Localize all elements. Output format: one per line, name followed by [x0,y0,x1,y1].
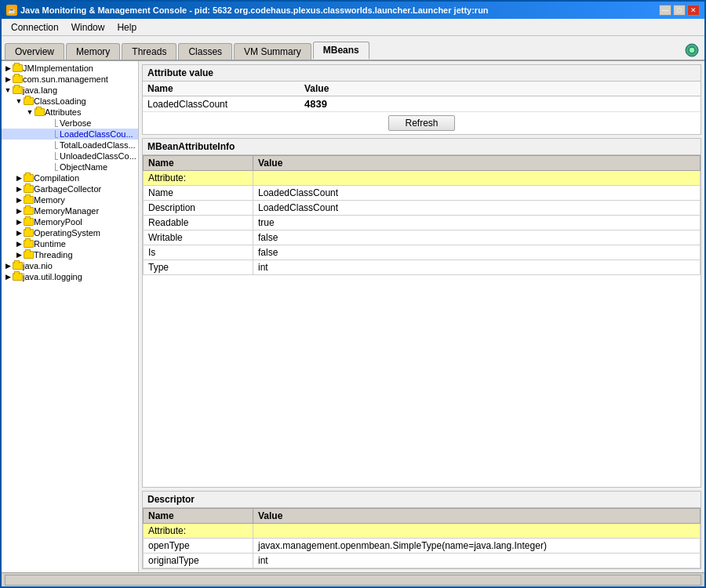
tree-label-loadedclasscount: LoadedClassCou... [60,129,133,139]
tree-item-objectname[interactable]: ▶ ObjectName [2,162,138,172]
tab-mbeans[interactable]: MBeans [313,42,369,60]
tree-toggle[interactable]: ▼ [25,107,35,117]
tree-toggle[interactable]: ▶ [3,272,13,281]
descriptor-table: Name Value Attribute: openType javax.man… [143,508,701,568]
title-bar-left: ☕ Java Monitoring & Management Console -… [6,5,489,16]
tree-toggle[interactable]: ▶ [3,261,13,270]
tab-vm-summary[interactable]: VM Summary [234,43,311,60]
tree-item-java-lang[interactable]: ▼ java.lang [2,85,138,96]
tree-toggle[interactable]: ▶ [14,228,24,238]
attr-col-value: Value [300,82,701,96]
tree-item-gc[interactable]: ▶ GarbageCollector [2,183,138,194]
tree-label: JMImplementation [23,64,93,73]
mbean-info-scroll[interactable]: Name Value Attribute: Name Loaded [143,155,701,487]
menu-bar: Connection Window Help [2,19,704,36]
tree-label: Memory [34,195,65,205]
mbean-row-name: Writable [144,230,253,245]
table-row: Is false [144,245,701,260]
tab-classes[interactable]: Classes [178,43,232,60]
folder-icon [24,185,34,193]
folder-icon [13,75,23,83]
refresh-button[interactable]: Refresh [388,115,454,131]
tree-panel: ▶ JMImplementation ▶ com.sun.management … [2,61,139,572]
tree-item-runtime[interactable]: ▶ Runtime [2,238,138,249]
tree-item-compilation[interactable]: ▶ Compilation [2,172,138,183]
tree-item-memory[interactable]: ▶ Memory [2,194,138,205]
tree-connector [55,152,58,160]
descriptor-highlight-value [253,524,701,539]
tree-toggle[interactable]: ▶ [14,195,24,205]
mbean-info-table: Name Value Attribute: Name Loaded [143,155,701,275]
mbean-row-value: false [253,230,701,245]
minimize-button[interactable]: — [659,5,671,16]
tab-overview[interactable]: Overview [5,43,64,60]
tab-threads[interactable]: Threads [122,43,176,60]
tree-toggle[interactable]: ▶ [14,239,24,249]
tab-memory[interactable]: Memory [66,43,120,60]
tree-label: ClassLoading [34,96,86,106]
descriptor-header: Descriptor [143,492,701,508]
tree-item-memorypool[interactable]: ▶ MemoryPool [2,216,138,227]
mbean-row-value: false [253,245,701,260]
tree-item-java-util-logging[interactable]: ▶ java.util.logging [2,271,138,282]
menu-connection[interactable]: Connection [5,20,65,34]
table-row: openType javax.management.openmbean.Simp… [144,539,701,554]
folder-icon [24,97,34,105]
mbean-col-name: Name [144,156,253,171]
window-title: Java Monitoring & Management Console - p… [20,5,489,15]
folder-icon [13,64,23,72]
tree-toggle[interactable]: ▶ [14,184,24,194]
tree-item-com-sun[interactable]: ▶ com.sun.management [2,74,138,85]
tree-label: MemoryManager [34,206,99,216]
descriptor-highlight-label: Attribute: [144,524,253,539]
descriptor-row-value: int [253,554,701,568]
main-content: ▶ JMImplementation ▶ com.sun.management … [2,61,704,572]
tree-label: java.nio [23,261,53,270]
mbean-highlight-value [253,171,701,186]
tree-item-threading[interactable]: ▶ Threading [2,249,138,260]
tree-item-jimplementation[interactable]: ▶ JMImplementation [2,63,138,74]
tree-item-memorymanager[interactable]: ▶ MemoryManager [2,205,138,216]
tree-toggle[interactable]: ▶ [3,74,13,84]
menu-window[interactable]: Window [65,20,111,34]
descriptor-col-name: Name [144,509,253,524]
tree-item-loadedclasscount[interactable]: ▶ LoadedClassCou... [2,129,138,140]
tab-bar-right [682,41,701,60]
table-row: Readable true [144,216,701,230]
tree-item-totalloaded[interactable]: ▶ TotalLoadedClass... [2,140,138,151]
tree-toggle[interactable]: ▶ [3,64,13,73]
tree-connector [55,141,58,149]
folder-icon [24,218,34,226]
tree-label: com.sun.management [23,74,108,84]
tree-label: Attributes [45,107,81,117]
tree-toggle[interactable]: ▼ [3,85,13,95]
tree-toggle[interactable]: ▶ [14,206,24,216]
tree-toggle[interactable]: ▶ [14,250,24,260]
tree-item-verbose[interactable]: ▶ Verbose [2,118,138,129]
tab-bar: Overview Memory Threads Classes VM Summa… [2,36,704,61]
tree-item-classloading[interactable]: ▼ ClassLoading [2,96,138,107]
attr-name-cell: LoadedClassCount [143,96,300,112]
close-button[interactable]: ✕ [687,5,700,16]
tree-connector [55,130,58,138]
table-row: Type int [144,260,701,275]
tree-item-unloaded[interactable]: ▶ UnloadedClassCo... [2,151,138,162]
table-row: originalType int [144,554,701,568]
tree-toggle[interactable]: ▶ [14,217,24,227]
tree-label: Runtime [34,239,66,249]
tree-item-os[interactable]: ▶ OperatingSystem [2,227,138,238]
menu-help[interactable]: Help [111,20,143,34]
tree-toggle[interactable]: ▼ [14,96,24,106]
maximize-button[interactable]: □ [673,5,686,16]
tree-label: Verbose [60,118,91,128]
tree-label: Threading [34,250,73,260]
tree-toggle[interactable]: ▶ [14,173,24,183]
mbean-row-value: LoadedClassCount [253,186,701,201]
tree-label: GarbageCollector [34,184,101,194]
tree-item-java-nio[interactable]: ▶ java.nio [2,260,138,271]
descriptor-section: Descriptor Name Value Attribute: [142,491,701,569]
tree-label: java.util.logging [23,272,82,281]
mbean-col-value: Value [253,156,701,171]
tree-item-attributes[interactable]: ▼ Attributes [2,107,138,118]
horizontal-scrollbar[interactable] [5,575,701,586]
